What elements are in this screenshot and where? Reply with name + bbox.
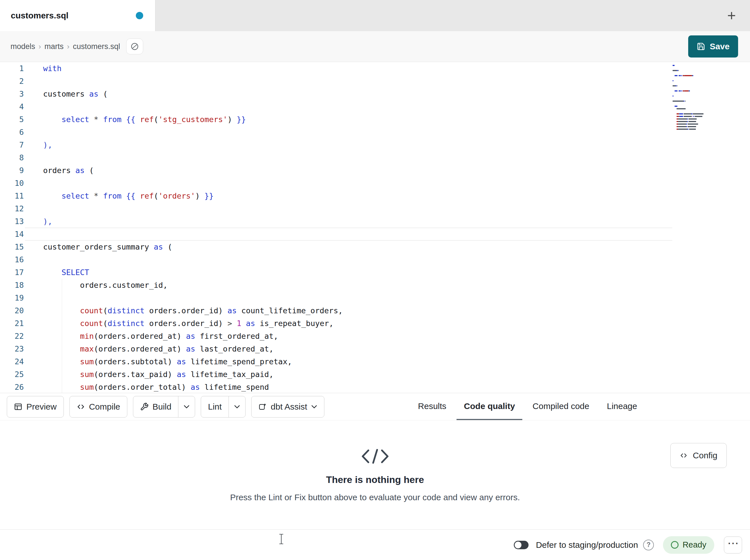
code-line-text: min(orders.ordered_at) as first_ordered_… xyxy=(28,330,750,343)
build-button[interactable]: Build xyxy=(133,396,178,417)
line-number: 1 xyxy=(0,62,28,75)
code-line-22[interactable]: 22 min(orders.ordered_at) as first_order… xyxy=(0,330,750,343)
code-line-16[interactable]: 16 xyxy=(0,253,750,266)
code-line-4[interactable]: 4 xyxy=(0,100,750,113)
code-line-7[interactable]: 7), xyxy=(0,139,750,151)
code-line-3[interactable]: 3customers as ( xyxy=(0,87,750,100)
code-line-19[interactable]: 19 xyxy=(0,291,750,304)
config-button[interactable]: Config xyxy=(670,443,727,468)
defer-toggle[interactable] xyxy=(514,541,529,549)
line-number: 6 xyxy=(0,126,28,139)
save-button[interactable]: Save xyxy=(688,36,738,58)
status-badge[interactable]: Ready xyxy=(663,536,714,554)
code-line-9[interactable]: 9orders as ( xyxy=(0,164,750,177)
code-line-13[interactable]: 13), xyxy=(0,215,750,228)
editor-minimap[interactable] xyxy=(673,65,715,133)
code-icon xyxy=(680,452,688,459)
code-line-23[interactable]: 23 max(orders.ordered_at) as last_ordere… xyxy=(0,343,750,355)
line-number: 9 xyxy=(0,164,28,177)
compile-button[interactable]: Compile xyxy=(70,396,127,417)
build-label: Build xyxy=(153,402,172,412)
code-line-17[interactable]: 17 SELECT xyxy=(0,266,750,279)
code-line-10[interactable]: 10 xyxy=(0,177,750,189)
assist-sparkle-icon xyxy=(258,402,267,411)
minimap-line xyxy=(673,67,715,68)
dbt-assist-label: dbt Assist xyxy=(271,402,307,412)
breadcrumb-marts[interactable]: marts xyxy=(44,42,64,51)
code-line-8[interactable]: 8 xyxy=(0,151,750,164)
breadcrumb-row: models › marts › customers.sql Save xyxy=(0,31,750,62)
circle-slash-icon xyxy=(131,42,139,51)
minimap-line xyxy=(673,101,715,102)
code-line-text: orders.customer_id, xyxy=(28,279,750,291)
code-line-text xyxy=(28,75,750,87)
status-bar: Defer to staging/production ? Ready ⋯ xyxy=(0,530,750,560)
code-line-11[interactable]: 11 select * from {{ ref('orders') }} xyxy=(0,189,750,202)
minimap-line xyxy=(673,103,715,104)
line-number: 15 xyxy=(0,241,28,253)
results-panel: There is nothing here Press the Lint or … xyxy=(0,420,750,530)
breadcrumb-models[interactable]: models xyxy=(11,42,35,51)
lint-dropdown-button[interactable] xyxy=(229,396,245,417)
minimap-line xyxy=(673,93,715,94)
minimap-line xyxy=(673,83,715,84)
line-number: 11 xyxy=(0,189,28,202)
tab-compiled-code[interactable]: Compiled code xyxy=(525,393,597,420)
line-number: 23 xyxy=(0,343,28,355)
minimap-line xyxy=(673,85,715,86)
line-number: 20 xyxy=(0,304,28,317)
ellipsis-icon: ⋯ xyxy=(727,537,739,549)
code-line-15[interactable]: 15customer_orders_summary as ( xyxy=(0,241,750,253)
line-number: 10 xyxy=(0,177,28,189)
tab-results[interactable]: Results xyxy=(411,393,454,420)
code-line-1[interactable]: 1with xyxy=(0,62,750,75)
line-number: 21 xyxy=(0,317,28,330)
code-line-6[interactable]: 6 xyxy=(0,126,750,139)
line-number: 22 xyxy=(0,330,28,343)
code-line-text: customers as ( xyxy=(28,87,750,100)
table-icon xyxy=(14,402,22,411)
code-line-text: sum(orders.order_total) as lifetime_spen… xyxy=(28,381,750,393)
line-number: 7 xyxy=(0,139,28,151)
code-line-20[interactable]: 20 count(distinct orders.order_id) as co… xyxy=(0,304,750,317)
code-line-26[interactable]: 26 sum(orders.order_total) as lifetime_s… xyxy=(0,381,750,393)
code-editor[interactable]: 1with2 3customers as (4 5 select * from … xyxy=(0,62,750,393)
preview-button[interactable]: Preview xyxy=(7,396,64,417)
tab-code-quality[interactable]: Code quality xyxy=(456,393,522,420)
empty-state-subtitle: Press the Lint or Fix button above to ev… xyxy=(230,493,520,502)
minimap-line xyxy=(673,90,715,91)
code-line-text xyxy=(28,177,750,189)
minimap-line xyxy=(673,98,715,99)
help-icon[interactable]: ? xyxy=(643,540,654,551)
code-line-25[interactable]: 25 sum(orders.tax_paid) as lifetime_tax_… xyxy=(0,368,750,381)
code-line-text: sum(orders.tax_paid) as lifetime_tax_pai… xyxy=(28,368,750,381)
preview-label: Preview xyxy=(26,402,57,412)
overflow-menu-button[interactable]: ⋯ xyxy=(724,537,742,554)
code-line-text xyxy=(28,291,750,304)
code-line-18[interactable]: 18 orders.customer_id, xyxy=(0,279,750,291)
minimap-line xyxy=(673,75,715,76)
editor-toolbar: Preview Compile Build Lint xyxy=(0,393,750,420)
code-line-24[interactable]: 24 sum(orders.subtotal) as lifetime_spen… xyxy=(0,355,750,368)
code-line-12[interactable]: 12 xyxy=(0,202,750,215)
code-line-14[interactable]: 14 xyxy=(0,228,750,241)
line-number: 24 xyxy=(0,355,28,368)
lint-button[interactable]: Lint xyxy=(201,396,228,417)
code-line-21[interactable]: 21 count(distinct orders.order_id) > 1 a… xyxy=(0,317,750,330)
file-tab-customers-sql[interactable]: customers.sql xyxy=(0,0,155,31)
code-line-5[interactable]: 5 select * from {{ ref('stg_customers') … xyxy=(0,113,750,126)
build-dropdown-button[interactable] xyxy=(178,396,195,417)
breadcrumb-customers-sql: customers.sql xyxy=(73,42,120,51)
dbt-assist-button[interactable]: dbt Assist xyxy=(251,396,324,417)
code-line-text: sum(orders.subtotal) as lifetime_spend_p… xyxy=(28,355,750,368)
chevron-down-icon xyxy=(311,405,317,409)
minimap-line xyxy=(673,78,715,79)
code-line-text: orders as ( xyxy=(28,164,750,177)
new-tab-button[interactable]: + xyxy=(726,8,737,23)
line-number: 8 xyxy=(0,151,28,164)
line-number: 25 xyxy=(0,368,28,381)
tab-lineage[interactable]: Lineage xyxy=(599,393,645,420)
code-line-2[interactable]: 2 xyxy=(0,75,750,87)
minimap-line xyxy=(673,111,715,112)
file-context-button[interactable] xyxy=(126,39,143,55)
